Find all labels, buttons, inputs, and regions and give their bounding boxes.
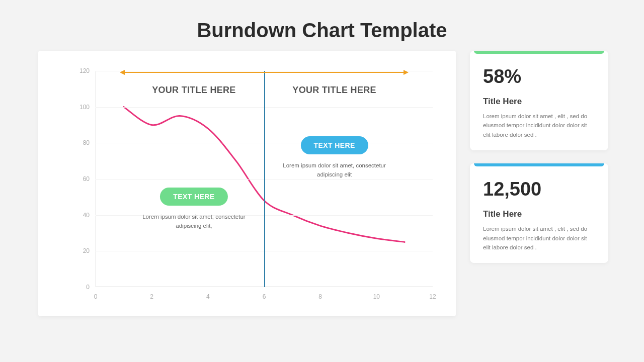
y-tick: 0 (69, 284, 90, 291)
plot-region: YOUR TITLE HERETEXT HERELorem ipsum dolo… (96, 71, 433, 287)
x-tick: 4 (206, 293, 210, 300)
stat-card-1: 58% Title Here Lorem ipsum dolor sit ame… (470, 51, 608, 150)
y-tick: 100 (69, 104, 90, 111)
y-tick: 80 (69, 139, 90, 146)
x-tick: 2 (150, 293, 153, 300)
pill-label: TEXT HERE (160, 188, 227, 206)
y-tick: 120 (69, 67, 90, 74)
stat-title-2: Title Here (483, 209, 595, 219)
stat-body-1: Lorem ipsum dolor sit amet , elit , sed … (483, 112, 595, 139)
page-title: Burndown Chart Template (0, 0, 644, 51)
section-caption: Lorem ipsum dolor sit amet, consectetur … (136, 213, 252, 231)
section-title: YOUR TITLE HERE (292, 85, 376, 96)
x-tick: 0 (94, 293, 98, 300)
y-tick: 20 (69, 247, 90, 254)
x-tick: 8 (318, 293, 322, 300)
pill-label: TEXT HERE (300, 136, 368, 154)
stat-value-2: 12,500 (483, 178, 595, 200)
chart-card: YOUR TITLE HERETEXT HERELorem ipsum dolo… (38, 51, 456, 316)
stat-title-1: Title Here (483, 97, 595, 107)
stat-accent-2 (474, 163, 604, 166)
content-row: YOUR TITLE HERETEXT HERELorem ipsum dolo… (0, 51, 644, 316)
divider-line (264, 71, 265, 287)
x-tick: 12 (429, 293, 436, 300)
stat-body-2: Lorem ipsum dolor sit amet , elit , sed … (483, 224, 595, 252)
y-tick: 60 (69, 175, 90, 183)
stat-card-2: 12,500 Title Here Lorem ipsum dolor sit … (470, 163, 608, 263)
span-arrow (124, 72, 405, 73)
x-tick: 10 (373, 293, 380, 300)
section-caption: Lorem ipsum dolor sit amet, consectetur … (277, 161, 392, 179)
section-title: YOUR TITLE HERE (152, 85, 236, 96)
stats-column: 58% Title Here Lorem ipsum dolor sit ame… (470, 51, 608, 316)
stat-accent-1 (474, 51, 604, 54)
stat-value-1: 58% (483, 66, 595, 87)
y-tick: 40 (69, 212, 90, 219)
x-tick: 6 (263, 293, 266, 300)
chart-area: YOUR TITLE HERETEXT HERELorem ipsum dolo… (53, 66, 441, 306)
